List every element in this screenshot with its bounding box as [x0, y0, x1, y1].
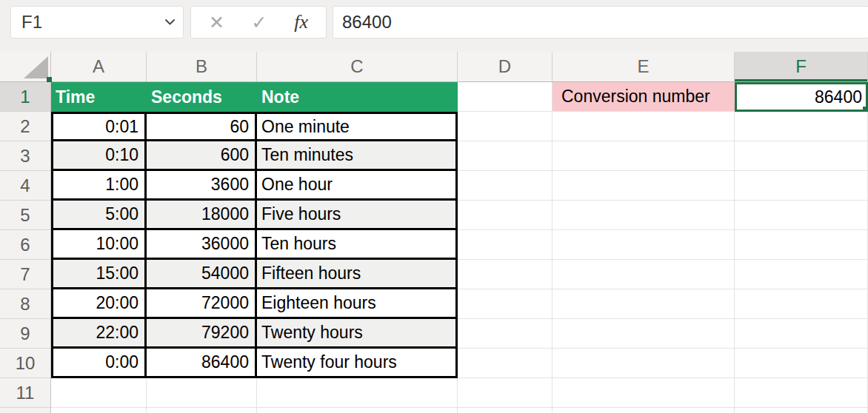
cell-d1[interactable]	[458, 82, 552, 112]
cell-f4[interactable]	[735, 171, 868, 201]
cell-b4[interactable]: 3600	[147, 171, 257, 201]
column-header-d[interactable]: D	[458, 52, 552, 81]
row-header-12[interactable]	[0, 408, 51, 413]
cell-d7[interactable]	[458, 260, 552, 289]
cell-e9[interactable]	[552, 319, 735, 349]
cell-d12[interactable]	[458, 408, 552, 413]
cell-b10[interactable]: 86400	[147, 349, 257, 378]
row-header-6[interactable]: 6	[0, 230, 51, 260]
cell-e5[interactable]	[552, 201, 735, 230]
cell-d6[interactable]	[458, 230, 552, 260]
cell-e3[interactable]	[552, 141, 735, 171]
cell-b12[interactable]	[147, 408, 257, 413]
cell-b3[interactable]: 600	[147, 141, 257, 171]
cell-f3[interactable]	[735, 141, 868, 171]
cell-a8[interactable]: 20:00	[51, 289, 147, 319]
cell-e6[interactable]	[552, 230, 735, 260]
cell-f5[interactable]	[735, 201, 868, 230]
cell-c2[interactable]: One minute	[257, 112, 458, 141]
cell-e4[interactable]	[552, 171, 735, 201]
cell-a10[interactable]: 0:00	[51, 349, 147, 378]
cell-b1[interactable]: Seconds	[147, 82, 257, 112]
cell-b2[interactable]: 60	[147, 112, 257, 141]
row-header-8[interactable]: 8	[0, 289, 51, 319]
cell-c10[interactable]: Twenty four hours	[257, 349, 458, 378]
cell-f6[interactable]	[735, 230, 868, 260]
cell-f11[interactable]	[735, 378, 868, 408]
cell-f1-selected[interactable]: 86400	[735, 82, 868, 112]
cell-a7[interactable]: 15:00	[51, 260, 147, 289]
cell-c5[interactable]: Five hours	[257, 201, 458, 230]
row-header-2[interactable]: 2	[0, 112, 51, 141]
cell-c1[interactable]: Note	[257, 82, 458, 112]
cell-c8[interactable]: Eighteen hours	[257, 289, 458, 319]
cell-d8[interactable]	[458, 289, 552, 319]
cell-d9[interactable]	[458, 319, 552, 349]
row-header-5[interactable]: 5	[0, 201, 51, 230]
cell-d5[interactable]	[458, 201, 552, 230]
cell-a11[interactable]	[51, 378, 147, 408]
row-header-7[interactable]: 7	[0, 260, 51, 289]
cell-b5[interactable]: 18000	[147, 201, 257, 230]
cell-e11[interactable]	[552, 378, 735, 408]
cell-c6[interactable]: Ten hours	[257, 230, 458, 260]
cell-b11[interactable]	[147, 378, 257, 408]
cell-e7[interactable]	[552, 260, 735, 289]
insert-function-icon[interactable]: fx	[294, 11, 308, 33]
cell-b8[interactable]: 72000	[147, 289, 257, 319]
cell-a4[interactable]: 1:00	[51, 171, 147, 201]
cell-f10[interactable]	[735, 349, 868, 378]
cell-f8[interactable]	[735, 289, 868, 319]
column-header-c[interactable]: C	[257, 52, 458, 81]
cell-c4[interactable]: One hour	[257, 171, 458, 201]
row-header-1[interactable]: 1	[0, 82, 51, 112]
cell-a12[interactable]	[51, 408, 147, 413]
cell-d3[interactable]	[458, 141, 552, 171]
cell-c9[interactable]: Twenty hours	[257, 319, 458, 349]
cell-c12[interactable]	[257, 408, 458, 413]
column-header-a[interactable]: A	[51, 52, 147, 81]
cell-f12[interactable]	[735, 408, 868, 413]
cell-d10[interactable]	[458, 349, 552, 378]
column-header-e[interactable]: E	[552, 52, 735, 81]
row-header-4[interactable]: 4	[0, 171, 51, 201]
cell-d4[interactable]	[458, 171, 552, 201]
cell-f9[interactable]	[735, 319, 868, 349]
cell-f2[interactable]	[735, 112, 868, 141]
name-box[interactable]: F1	[10, 6, 184, 38]
row-header-3[interactable]: 3	[0, 141, 51, 171]
selection-corner-marker	[47, 77, 52, 82]
cell-c11[interactable]	[257, 378, 458, 408]
cell-d2[interactable]	[458, 112, 552, 141]
column-header-f-selected[interactable]: F	[735, 52, 868, 81]
cell-e8[interactable]	[552, 289, 735, 319]
cell-c7[interactable]: Fifteen hours	[257, 260, 458, 289]
row-header-9[interactable]: 9	[0, 319, 51, 349]
cell-e1[interactable]: Conversion number	[552, 82, 735, 112]
cancel-icon[interactable]: ✕	[209, 13, 224, 32]
cell-c3[interactable]: Ten minutes	[257, 141, 458, 171]
cell-e2[interactable]	[552, 112, 735, 141]
row-header-10[interactable]: 10	[0, 349, 51, 378]
enter-icon[interactable]: ✓	[252, 13, 267, 32]
fill-handle[interactable]	[862, 106, 868, 112]
select-all-corner[interactable]	[0, 52, 51, 81]
cell-e10[interactable]	[552, 349, 735, 378]
cell-f7[interactable]	[735, 260, 868, 289]
column-header-b[interactable]: B	[147, 52, 257, 81]
cell-b9[interactable]: 79200	[147, 319, 257, 349]
cell-a3[interactable]: 0:10	[51, 141, 147, 171]
formula-input[interactable]: 86400	[333, 6, 868, 38]
row-header-11[interactable]: 11	[0, 378, 51, 408]
cell-a2[interactable]: 0:01	[51, 112, 147, 141]
cell-b7[interactable]: 54000	[147, 260, 257, 289]
cell-a6[interactable]: 10:00	[51, 230, 147, 260]
cell-a9[interactable]: 22:00	[51, 319, 147, 349]
cell-b6[interactable]: 36000	[147, 230, 257, 260]
chevron-down-icon[interactable]	[164, 19, 176, 26]
cell-a5[interactable]: 5:00	[51, 201, 147, 230]
cell-e12[interactable]	[552, 408, 735, 413]
cell-a1[interactable]: Time	[51, 82, 147, 112]
cell-d11[interactable]	[458, 378, 552, 408]
sheet-row-7: 7 15:00 54000 Fifteen hours	[0, 260, 868, 289]
